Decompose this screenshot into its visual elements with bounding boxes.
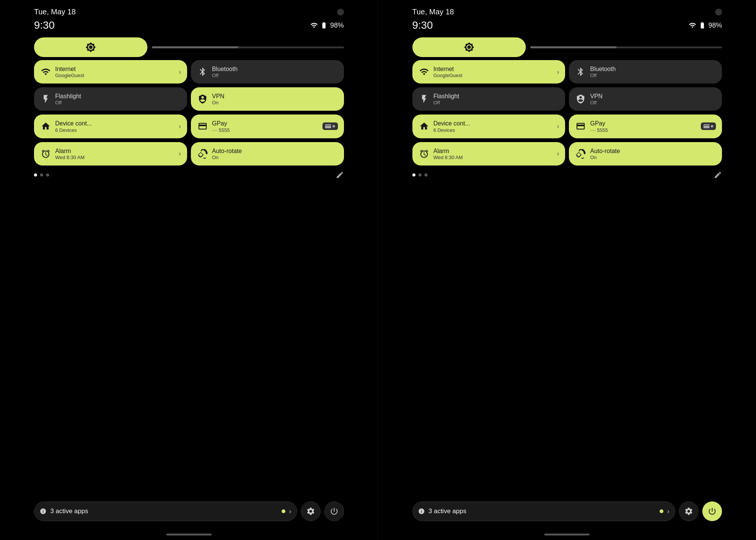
qs-tile-gpay[interactable]: GPay···· 5555■ [569,114,722,138]
qs-tile-device-control[interactable]: Device cont...6 Devices› [412,114,565,138]
qs-tile-internet[interactable]: InternetGoogleGuest› [34,60,187,84]
tile-sublabel: 6 Devices [55,127,175,133]
qs-grid: InternetGoogleGuest›BluetoothOffFlashlig… [34,60,344,166]
tile-text: VPNOff [590,93,716,105]
pagination-dots [34,173,49,176]
power-button[interactable] [702,501,722,521]
camera-dot [715,9,722,15]
brightness-row[interactable] [34,37,344,57]
active-apps-chevron-icon: › [667,508,669,515]
pagination-dot-2 [424,173,428,176]
brightness-pill[interactable] [412,37,526,57]
qs-tile-flashlight[interactable]: FlashlightOff [412,87,565,111]
settings-icon [684,507,693,516]
svg-rect-1 [325,125,331,126]
qs-tile-bluetooth[interactable]: BluetoothOff [191,60,344,84]
edit-icon[interactable] [336,171,344,179]
home-indicator [544,534,590,535]
tile-text: InternetGoogleGuest [434,65,553,78]
qs-tile-gpay[interactable]: GPay···· 5555■ [191,114,344,138]
home-icon [40,121,51,132]
vpn-icon [575,93,586,105]
qs-tile-alarm[interactable]: AlarmWed 8:30 AM› [34,142,187,166]
tile-text: GPay···· 5555 [212,120,319,133]
tile-label: Alarm [434,147,553,155]
home-indicator [166,534,212,535]
tile-text: GPay···· 5555 [590,120,697,133]
tile-sublabel: ···· 5555 [212,127,319,133]
qs-tile-device-control[interactable]: Device cont...6 Devices› [34,114,187,138]
qs-tile-autorotate[interactable]: Auto-rotateOn [191,142,344,166]
qs-tile-flashlight[interactable]: FlashlightOff [34,87,187,111]
tile-chevron-icon: › [179,68,181,76]
tile-text: Auto-rotateOn [590,147,716,160]
tile-sublabel: On [212,155,338,160]
brightness-icon [85,42,96,53]
qs-tile-alarm[interactable]: AlarmWed 8:30 AM› [412,142,565,166]
active-apps-dot [282,509,285,513]
tile-sublabel: On [590,155,716,160]
tile-label: GPay [212,120,319,127]
tile-label: GPay [590,120,697,127]
wifi-icon [40,66,51,77]
tile-label: Flashlight [55,93,181,100]
tile-sublabel: On [212,100,338,105]
svg-rect-0 [325,124,331,128]
vpn-icon [197,93,208,105]
tile-sublabel: Off [55,100,181,105]
qs-tile-internet[interactable]: InternetGoogleGuest› [412,60,565,84]
brightness-track[interactable] [530,46,722,48]
tile-chevron-icon: › [557,122,559,130]
pencil-icon [714,171,722,179]
qs-tile-vpn[interactable]: VPNOn [191,87,344,111]
brightness-track[interactable] [152,46,344,48]
active-apps-pill[interactable]: 3 active apps› [34,501,297,521]
tile-sublabel: ···· 5555 [590,127,697,133]
brightness-icon [464,42,474,53]
wifi-status-icon [689,22,696,29]
status-bar-top: Tue, May 18 [412,0,722,18]
tile-label: Flashlight [434,93,559,100]
tile-chevron-icon: › [557,150,559,158]
settings-button[interactable] [679,501,699,521]
tile-label: Internet [434,65,553,73]
tile-sublabel: GoogleGuest [55,73,175,78]
tile-label: Auto-rotate [590,147,716,155]
active-apps-pill[interactable]: 3 active apps› [412,501,675,521]
pagination-dot-0 [34,173,37,176]
qs-tile-vpn[interactable]: VPNOff [569,87,722,111]
wifi-icon [418,66,430,77]
settings-button[interactable] [301,501,321,521]
camera-dot [337,9,344,15]
edit-icon[interactable] [714,171,722,179]
status-icons: 98% [689,22,722,29]
brightness-row[interactable] [412,37,722,57]
tile-label: VPN [212,93,338,100]
flashlight-icon [418,93,430,105]
tile-text: InternetGoogleGuest [55,65,175,78]
status-time: 9:30 [412,19,433,31]
tile-sublabel: Off [212,73,338,78]
tile-sublabel: Wed 8:30 AM [55,155,175,160]
power-button[interactable] [324,501,344,521]
status-date: Tue, May 18 [412,8,454,16]
pagination-dot-1 [418,173,421,176]
tile-sublabel: Off [590,100,716,105]
power-icon [708,507,717,516]
active-apps-dot [660,509,663,513]
active-apps-label: 3 active apps [429,508,656,515]
status-time: 9:30 [34,19,55,31]
card-icon [197,121,208,132]
settings-icon [306,507,315,516]
brightness-pill[interactable] [34,37,147,57]
tile-label: Auto-rotate [212,147,338,155]
pagination-dot-1 [40,173,43,176]
qs-tile-bluetooth[interactable]: BluetoothOff [569,60,722,84]
battery-percent: 98% [708,22,722,29]
tile-sublabel: GoogleGuest [434,73,553,78]
power-icon [330,507,339,516]
qs-tile-autorotate[interactable]: Auto-rotateOn [569,142,722,166]
info-icon [418,508,425,515]
bluetooth-icon [197,66,208,77]
tile-text: AlarmWed 8:30 AM [55,147,175,160]
